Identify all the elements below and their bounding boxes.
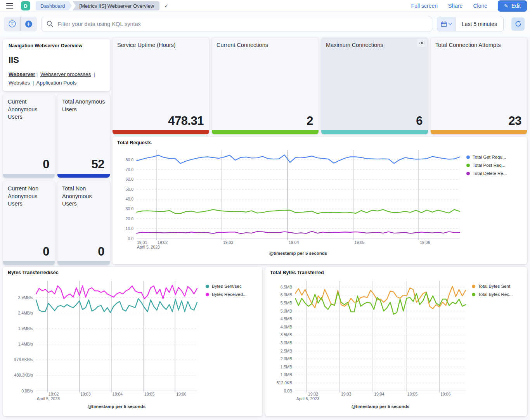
date-picker-calendar-button[interactable]: [437, 17, 456, 31]
top-actions: Full screen Share Clone ✎ Edit: [411, 0, 527, 12]
legend-dot-icon: [206, 293, 209, 296]
navigation-heading: IIS: [9, 55, 104, 65]
panel-options-button[interactable]: [417, 39, 427, 47]
metric-title: Maximum Connections: [321, 38, 428, 49]
metric-color-bar: [57, 174, 110, 178]
filter-in-circle-icon: [9, 20, 16, 28]
bytes-transferred-chart[interactable]: 0.0B/s488.3KB/s976.6KB/s1.4MB/s1.9MB/s2.…: [3, 277, 205, 413]
svg-text:0.0: 0.0: [128, 236, 133, 241]
metric-panel-total-non-anonymous-users: Total Non Anonymous Users 0: [57, 181, 110, 265]
clone-link[interactable]: Clone: [473, 3, 487, 9]
query-bar: Last 5 minutes: [0, 12, 530, 36]
metric-title: Current Non Anonymous Users: [3, 181, 55, 208]
metric-value: 52: [92, 157, 104, 171]
metric-color-bar: [212, 130, 319, 134]
svg-text:5.0MB: 5.0MB: [281, 309, 292, 313]
panel-title: Total Bytes Transferred: [270, 270, 324, 275]
metric-title: Service Uptime (Hours): [113, 38, 209, 49]
svg-text:0.0B/s: 0.0B/s: [21, 389, 33, 393]
panel-title: Total Requests: [117, 140, 152, 145]
svg-text:488.3KB/s: 488.3KB/s: [14, 373, 33, 377]
hamburger-icon: [6, 3, 13, 9]
nav-link-application-pools[interactable]: Application Pools: [36, 80, 77, 86]
metric-panel-total-anonymous-users: Total Anonymous Users 52: [57, 94, 110, 178]
legend-dot-icon: [472, 293, 475, 296]
legend-label: Total Get Requ...: [473, 155, 506, 159]
metric-value: 0: [43, 245, 49, 259]
breadcrumb-current-page: [Metrics IIS] Webserver Overview: [73, 1, 160, 10]
svg-text:19:02: 19:02: [48, 392, 59, 396]
add-filter-button[interactable]: [21, 17, 37, 31]
metric-color-bar: [321, 130, 428, 134]
legend-item[interactable]: Total Post Req...: [466, 163, 525, 168]
metric-panel-current-anonymous-users: Current Anonymous Users 0: [3, 94, 55, 178]
link-separator: |: [36, 71, 38, 77]
legend-item[interactable]: Total Bytes Rec...: [472, 292, 525, 297]
metric-panel-current-connections: Current Connections 2: [212, 38, 319, 134]
metric-color-bar: [431, 130, 527, 134]
metric-title: Total Non Anonymous Users: [57, 181, 110, 208]
svg-text:19:04: 19:04: [289, 240, 299, 245]
svg-text:2.0MB: 2.0MB: [281, 356, 292, 361]
share-link[interactable]: Share: [448, 3, 462, 9]
legend-item[interactable]: Total Get Requ...: [466, 155, 525, 159]
legend-item[interactable]: Total Bytes Sent: [472, 284, 525, 289]
legend-label: Total Bytes Rec...: [478, 292, 513, 297]
svg-text:4.0MB: 4.0MB: [281, 325, 292, 329]
time-range-button[interactable]: Last 5 minutes: [456, 17, 503, 31]
svg-text:3.5MB: 3.5MB: [281, 332, 292, 337]
top-navigation-bar: D Dashboard [Metrics IIS] Webserver Over…: [0, 0, 530, 12]
svg-text:0.0B: 0.0B: [284, 389, 292, 393]
svg-text:19:06: 19:06: [440, 392, 450, 396]
menu-button[interactable]: [3, 0, 16, 12]
svg-text:19:06: 19:06: [420, 240, 430, 245]
svg-text:3.0MB: 3.0MB: [281, 340, 292, 345]
legend-dot-icon: [466, 164, 470, 167]
metric-panel-current-non-anonymous-users: Current Non Anonymous Users 0: [3, 181, 55, 265]
refresh-button[interactable]: [511, 17, 525, 31]
svg-text:6.0MB: 6.0MB: [281, 292, 292, 297]
svg-text:@timestamp per 5 seconds: @timestamp per 5 seconds: [269, 251, 327, 256]
metric-color-bar: [113, 130, 209, 134]
kql-search-box: [42, 17, 432, 31]
pencil-icon: ✎: [504, 3, 508, 9]
navigation-panel: Navigation Webserver Overview IIS Webser…: [3, 39, 110, 91]
chart-legend: Total Get Requ...Total Post Req...Total …: [466, 155, 525, 176]
svg-text:April 5, 2023: April 5, 2023: [296, 396, 319, 401]
svg-text:1.5MB: 1.5MB: [281, 365, 292, 369]
total-requests-chart[interactable]: 0.010.020.030.040.050.060.070.080.019:02…: [113, 147, 473, 263]
bytes-transferred-per-sec-panel: Bytes Transferred/sec 0.0B/s488.3KB/s976…: [3, 267, 262, 416]
edit-button[interactable]: ✎ Edit: [498, 0, 527, 12]
svg-text:19:06: 19:06: [176, 392, 186, 396]
breadcrumb-dashboard[interactable]: Dashboard: [36, 1, 72, 10]
legend-item[interactable]: Bytes Received...: [206, 292, 260, 297]
nav-link-webserver[interactable]: Webserver: [9, 71, 35, 77]
legend-dot-icon: [466, 156, 470, 159]
edit-button-label: Edit: [511, 3, 521, 9]
svg-text:1.4MB/s: 1.4MB/s: [18, 342, 33, 346]
full-screen-link[interactable]: Full screen: [411, 3, 438, 9]
svg-text:19:02: 19:02: [308, 392, 318, 396]
panel-title: Bytes Transferred/sec: [8, 270, 59, 275]
kql-search-input[interactable]: [57, 21, 427, 28]
total-bytes-chart[interactable]: 0.0B512.0KB1.0MB1.5MB2.0MB2.5MB3.0MB3.5M…: [265, 277, 473, 413]
metric-color-bar: [3, 261, 55, 265]
boxes-horizontal-icon: [421, 42, 423, 44]
svg-text:19:04: 19:04: [113, 392, 123, 396]
legend-item[interactable]: Bytes Sent/sec: [206, 284, 260, 289]
svg-text:April 5, 2023: April 5, 2023: [37, 396, 60, 401]
filter-controls-group: [4, 17, 37, 31]
svg-text:512.0KB: 512.0KB: [277, 380, 292, 385]
svg-text:@timestamp per 5 seconds: @timestamp per 5 seconds: [88, 404, 145, 409]
svg-text:976.6KB/s: 976.6KB/s: [14, 357, 33, 362]
svg-text:10.0: 10.0: [126, 226, 134, 231]
saved-query-menu-button[interactable]: [4, 17, 20, 31]
plus-in-circle-icon: [25, 20, 33, 28]
nav-link-websites[interactable]: Websites: [9, 80, 30, 86]
nav-link-webserver-processes[interactable]: Webserver processes: [40, 71, 91, 77]
metric-value: 0: [98, 245, 104, 259]
svg-text:5.5MB: 5.5MB: [281, 301, 292, 305]
metric-value: 23: [509, 114, 521, 128]
legend-item[interactable]: Total Delete Re...: [466, 171, 525, 176]
link-separator: |: [94, 71, 95, 77]
